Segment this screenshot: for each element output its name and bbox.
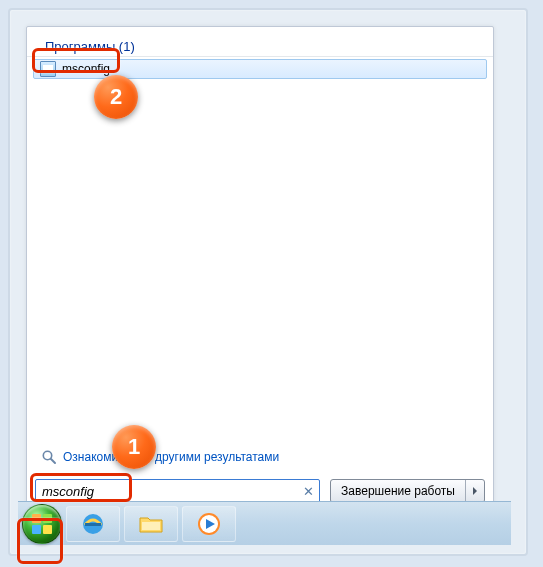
msconfig-icon bbox=[40, 61, 56, 77]
search-box[interactable]: ✕ bbox=[35, 479, 320, 503]
svg-rect-7 bbox=[85, 523, 101, 526]
windows-orb-icon bbox=[30, 512, 54, 536]
start-button[interactable] bbox=[22, 504, 62, 544]
svg-rect-5 bbox=[43, 525, 52, 534]
result-item-msconfig[interactable]: msconfig bbox=[33, 59, 487, 79]
svg-line-1 bbox=[51, 459, 55, 463]
window-frame: Программы (1) msconfig Ознакомиться с др… bbox=[8, 8, 528, 556]
annotation-badge-2: 2 bbox=[94, 75, 138, 119]
chevron-right-icon bbox=[471, 487, 479, 495]
shutdown-label: Завершение работы bbox=[331, 480, 466, 502]
results-category-header: Программы (1) bbox=[27, 35, 493, 57]
svg-rect-8 bbox=[142, 522, 160, 530]
file-explorer-icon bbox=[137, 510, 165, 538]
magnifier-icon bbox=[41, 449, 57, 465]
svg-rect-3 bbox=[43, 514, 52, 523]
shutdown-options-arrow[interactable] bbox=[466, 480, 484, 502]
media-player-icon bbox=[195, 510, 223, 538]
see-more-results-link[interactable]: Ознакомиться с другими результатами bbox=[27, 443, 493, 473]
taskbar-item-explorer[interactable] bbox=[124, 506, 178, 542]
annotation-badge-1: 1 bbox=[112, 425, 156, 469]
taskbar-item-ie[interactable] bbox=[66, 506, 120, 542]
svg-rect-2 bbox=[32, 514, 41, 523]
taskbar-item-wmp[interactable] bbox=[182, 506, 236, 542]
internet-explorer-icon bbox=[79, 510, 107, 538]
shutdown-button[interactable]: Завершение работы bbox=[330, 479, 485, 503]
taskbar bbox=[18, 501, 511, 545]
clear-x-icon: ✕ bbox=[303, 484, 314, 499]
search-input[interactable] bbox=[42, 484, 302, 499]
svg-rect-4 bbox=[32, 525, 41, 534]
result-item-label: msconfig bbox=[62, 62, 110, 76]
see-more-results-label: Ознакомиться с другими результатами bbox=[63, 450, 279, 464]
clear-search-button[interactable]: ✕ bbox=[302, 484, 315, 498]
